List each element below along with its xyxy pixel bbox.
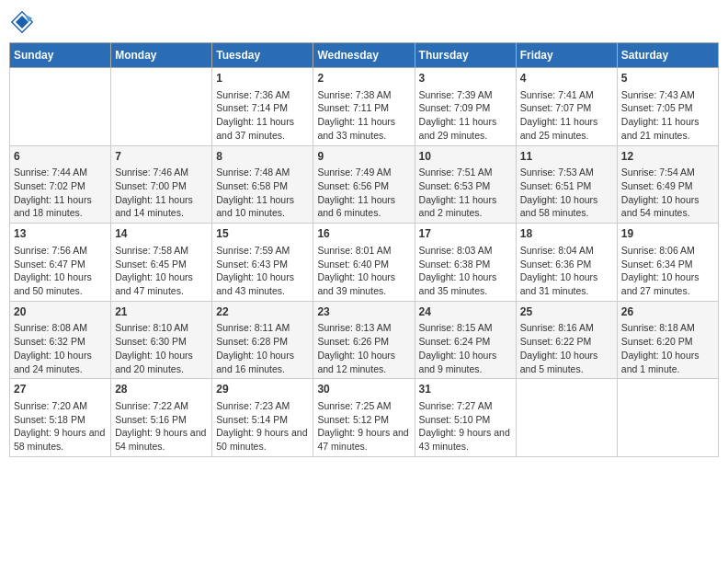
day-number: 20	[14, 304, 107, 320]
day-info: Sunrise: 8:18 AM Sunset: 6:20 PM Dayligh…	[621, 321, 714, 375]
logo-icon	[9, 9, 35, 35]
day-info: Sunrise: 7:56 AM Sunset: 6:47 PM Dayligh…	[14, 244, 107, 298]
day-info: Sunrise: 7:44 AM Sunset: 7:02 PM Dayligh…	[14, 166, 107, 220]
day-info: Sunrise: 8:03 AM Sunset: 6:38 PM Dayligh…	[419, 244, 512, 298]
header-sunday: Sunday	[10, 43, 111, 68]
day-cell: 2Sunrise: 7:38 AM Sunset: 7:11 PM Daylig…	[313, 68, 415, 146]
day-info: Sunrise: 8:01 AM Sunset: 6:40 PM Dayligh…	[317, 244, 410, 298]
day-number: 19	[621, 226, 714, 242]
week-row-5: 27Sunrise: 7:20 AM Sunset: 5:18 PM Dayli…	[10, 379, 719, 457]
day-number: 17	[419, 226, 512, 242]
day-number: 9	[317, 149, 410, 165]
day-info: Sunrise: 7:20 AM Sunset: 5:18 PM Dayligh…	[14, 399, 107, 454]
day-number: 13	[14, 226, 107, 242]
week-row-3: 13Sunrise: 7:56 AM Sunset: 6:47 PM Dayli…	[10, 224, 719, 302]
day-number: 12	[621, 149, 714, 165]
header-monday: Monday	[111, 43, 212, 68]
day-info: Sunrise: 7:53 AM Sunset: 6:51 PM Dayligh…	[520, 166, 613, 220]
day-number: 23	[317, 304, 410, 320]
day-number: 29	[216, 382, 309, 397]
day-cell: 29Sunrise: 7:23 AM Sunset: 5:14 PM Dayli…	[212, 379, 313, 457]
day-cell: 27Sunrise: 7:20 AM Sunset: 5:18 PM Dayli…	[10, 379, 111, 457]
day-cell: 16Sunrise: 8:01 AM Sunset: 6:40 PM Dayli…	[313, 224, 415, 302]
day-number: 2	[317, 71, 410, 86]
day-info: Sunrise: 8:16 AM Sunset: 6:22 PM Dayligh…	[520, 321, 613, 375]
day-info: Sunrise: 7:48 AM Sunset: 6:58 PM Dayligh…	[216, 166, 309, 220]
calendar-table: SundayMondayTuesdayWednesdayThursdayFrid…	[9, 42, 719, 457]
calendar-header-row: SundayMondayTuesdayWednesdayThursdayFrid…	[10, 43, 719, 68]
day-info: Sunrise: 7:23 AM Sunset: 5:14 PM Dayligh…	[216, 399, 309, 454]
day-number: 7	[115, 149, 208, 165]
day-number: 14	[115, 226, 208, 242]
day-cell: 15Sunrise: 7:59 AM Sunset: 6:43 PM Dayli…	[212, 224, 313, 302]
day-info: Sunrise: 8:10 AM Sunset: 6:30 PM Dayligh…	[115, 321, 208, 375]
day-number: 24	[419, 304, 512, 320]
day-number: 8	[216, 149, 309, 165]
day-info: Sunrise: 7:46 AM Sunset: 7:00 PM Dayligh…	[115, 166, 208, 220]
day-cell: 11Sunrise: 7:53 AM Sunset: 6:51 PM Dayli…	[516, 145, 617, 224]
day-cell: 3Sunrise: 7:39 AM Sunset: 7:09 PM Daylig…	[415, 68, 516, 146]
day-info: Sunrise: 7:51 AM Sunset: 6:53 PM Dayligh…	[419, 166, 512, 220]
logo	[9, 9, 39, 35]
day-info: Sunrise: 8:04 AM Sunset: 6:36 PM Dayligh…	[520, 244, 613, 298]
day-info: Sunrise: 7:25 AM Sunset: 5:12 PM Dayligh…	[317, 399, 410, 454]
day-info: Sunrise: 7:43 AM Sunset: 7:05 PM Dayligh…	[621, 88, 714, 143]
day-cell: 30Sunrise: 7:25 AM Sunset: 5:12 PM Dayli…	[313, 379, 415, 457]
day-cell: 28Sunrise: 7:22 AM Sunset: 5:16 PM Dayli…	[111, 379, 212, 457]
day-number: 16	[317, 226, 410, 242]
day-number: 15	[216, 226, 309, 242]
day-info: Sunrise: 8:11 AM Sunset: 6:28 PM Dayligh…	[216, 321, 309, 375]
week-row-2: 6Sunrise: 7:44 AM Sunset: 7:02 PM Daylig…	[10, 145, 719, 224]
day-cell: 10Sunrise: 7:51 AM Sunset: 6:53 PM Dayli…	[415, 145, 516, 224]
page-header	[9, 9, 719, 35]
day-cell: 23Sunrise: 8:13 AM Sunset: 6:26 PM Dayli…	[313, 301, 415, 379]
day-info: Sunrise: 7:38 AM Sunset: 7:11 PM Dayligh…	[317, 88, 410, 143]
day-info: Sunrise: 7:36 AM Sunset: 7:14 PM Dayligh…	[216, 88, 309, 143]
day-number: 18	[520, 226, 613, 242]
day-cell: 20Sunrise: 8:08 AM Sunset: 6:32 PM Dayli…	[10, 301, 111, 379]
day-number: 4	[520, 71, 613, 86]
day-number: 30	[317, 382, 410, 397]
header-tuesday: Tuesday	[212, 43, 313, 68]
day-cell: 17Sunrise: 8:03 AM Sunset: 6:38 PM Dayli…	[415, 224, 516, 302]
header-wednesday: Wednesday	[313, 43, 415, 68]
day-info: Sunrise: 7:59 AM Sunset: 6:43 PM Dayligh…	[216, 244, 309, 298]
day-info: Sunrise: 8:08 AM Sunset: 6:32 PM Dayligh…	[14, 321, 107, 375]
day-number: 3	[419, 71, 512, 86]
day-info: Sunrise: 7:39 AM Sunset: 7:09 PM Dayligh…	[419, 88, 512, 143]
day-info: Sunrise: 7:54 AM Sunset: 6:49 PM Dayligh…	[621, 166, 714, 220]
day-number: 11	[520, 149, 613, 165]
day-cell: 1Sunrise: 7:36 AM Sunset: 7:14 PM Daylig…	[212, 68, 313, 146]
day-cell: 22Sunrise: 8:11 AM Sunset: 6:28 PM Dayli…	[212, 301, 313, 379]
day-cell: 14Sunrise: 7:58 AM Sunset: 6:45 PM Dayli…	[111, 224, 212, 302]
day-number: 1	[216, 71, 309, 86]
day-info: Sunrise: 7:49 AM Sunset: 6:56 PM Dayligh…	[317, 166, 410, 220]
day-info: Sunrise: 7:41 AM Sunset: 7:07 PM Dayligh…	[520, 88, 613, 143]
day-info: Sunrise: 8:15 AM Sunset: 6:24 PM Dayligh…	[419, 321, 512, 375]
header-friday: Friday	[516, 43, 617, 68]
day-number: 31	[419, 382, 512, 397]
day-number: 22	[216, 304, 309, 320]
day-number: 10	[419, 149, 512, 165]
day-cell: 25Sunrise: 8:16 AM Sunset: 6:22 PM Dayli…	[516, 301, 617, 379]
header-thursday: Thursday	[415, 43, 516, 68]
day-cell: 24Sunrise: 8:15 AM Sunset: 6:24 PM Dayli…	[415, 301, 516, 379]
day-number: 27	[14, 382, 107, 397]
day-cell: 19Sunrise: 8:06 AM Sunset: 6:34 PM Dayli…	[617, 224, 718, 302]
day-cell	[617, 379, 718, 457]
day-cell	[10, 68, 111, 146]
day-cell: 31Sunrise: 7:27 AM Sunset: 5:10 PM Dayli…	[415, 379, 516, 457]
day-cell: 13Sunrise: 7:56 AM Sunset: 6:47 PM Dayli…	[10, 224, 111, 302]
day-cell: 7Sunrise: 7:46 AM Sunset: 7:00 PM Daylig…	[111, 145, 212, 224]
day-info: Sunrise: 8:13 AM Sunset: 6:26 PM Dayligh…	[317, 321, 410, 375]
week-row-1: 1Sunrise: 7:36 AM Sunset: 7:14 PM Daylig…	[10, 68, 719, 146]
day-number: 26	[621, 304, 714, 320]
day-cell: 8Sunrise: 7:48 AM Sunset: 6:58 PM Daylig…	[212, 145, 313, 224]
day-cell: 6Sunrise: 7:44 AM Sunset: 7:02 PM Daylig…	[10, 145, 111, 224]
day-cell: 12Sunrise: 7:54 AM Sunset: 6:49 PM Dayli…	[617, 145, 718, 224]
day-cell	[516, 379, 617, 457]
day-number: 6	[14, 149, 107, 165]
day-info: Sunrise: 7:27 AM Sunset: 5:10 PM Dayligh…	[419, 399, 512, 454]
day-number: 25	[520, 304, 613, 320]
day-cell: 21Sunrise: 8:10 AM Sunset: 6:30 PM Dayli…	[111, 301, 212, 379]
